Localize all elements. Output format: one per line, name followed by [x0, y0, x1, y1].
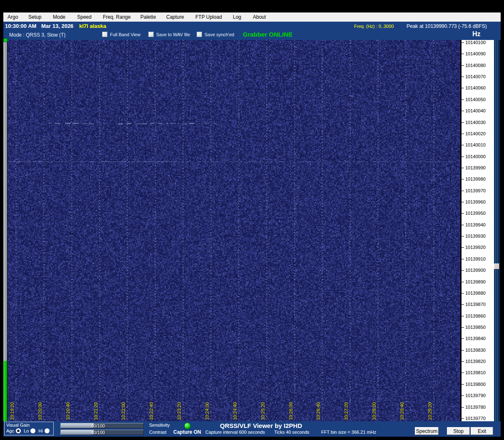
freq-label: 10139950: [465, 211, 486, 216]
freq-label: 10139920: [465, 245, 486, 250]
capture-interval-label: Capture interval 600 seconds: [205, 430, 265, 435]
freq-label: 10139790: [465, 393, 486, 398]
stop-button[interactable]: Stop: [447, 427, 470, 435]
freq-label-row: 10139990: [462, 166, 494, 170]
freq-label: 10139860: [465, 314, 486, 318]
radio-option-lo[interactable]: Lo: [24, 428, 35, 433]
hz-unit-label: Hz: [472, 30, 481, 38]
freq-label-row: 10140100: [462, 40, 494, 45]
sensitivity-slider[interactable]: 40/100: [60, 423, 144, 428]
freq-tick-icon: [462, 373, 464, 373]
freq-tick-icon: [462, 247, 464, 248]
freq-label-row: 10139980: [462, 177, 494, 181]
freq-tick-icon: [462, 122, 464, 123]
freq-tick-icon: [462, 350, 464, 351]
freq-label: 10139850: [465, 325, 486, 330]
time-label: 10:22:40: [148, 388, 154, 420]
freq-tick-icon: [462, 213, 464, 214]
freq-label-row: 10140050: [462, 97, 494, 102]
checkbox-full-band-view[interactable]: Full Band View: [102, 32, 140, 37]
freq-tick-icon: [462, 418, 464, 419]
radio-option-hi[interactable]: Hi: [38, 428, 49, 433]
scrollbar-thumb[interactable]: [494, 264, 499, 269]
capture-progress-rail: [3, 38, 7, 421]
freq-label-row: 10140000: [462, 154, 494, 159]
peak-readout: Peak at 10139990.773 (-75.6 dBFS): [407, 23, 487, 29]
freq-tick-icon: [462, 99, 464, 100]
time-label: 10:28:00: [371, 388, 377, 420]
freq-label: 10139870: [465, 302, 486, 307]
freq-tick-icon: [462, 179, 464, 179]
freq-tick-icon: [462, 202, 464, 202]
frequency-scrollbar[interactable]: [494, 40, 500, 421]
freq-tick-icon: [462, 316, 464, 316]
freq-label-row: 10139780: [462, 405, 494, 410]
freq-label-row: 10140040: [462, 109, 494, 113]
menu-item-capture[interactable]: Capture: [162, 14, 191, 20]
visual-gain-group: Visual Gain AgcLoHi: [4, 422, 54, 435]
radio-circle-icon[interactable]: [30, 428, 35, 433]
capture-marker: [3, 38, 7, 42]
menu-item-freq-range[interactable]: Freq. Range: [99, 14, 136, 20]
spectrum-button[interactable]: Spectrum: [415, 427, 439, 435]
app-title: QRSS/VLF Viewer by I2PHD: [220, 422, 302, 429]
freq-label-row: 10139900: [462, 268, 494, 273]
waterfall-canvas[interactable]: [7, 40, 460, 421]
freq-label-row: 10139930: [462, 234, 494, 239]
exit-button[interactable]: Exit: [471, 427, 493, 435]
waterfall-display[interactable]: 10:19:2010:20:0010:20:4010:21:2010:22:00…: [7, 40, 460, 421]
freq-label-row: 10139790: [462, 393, 494, 398]
freq-label-row: 10139800: [462, 382, 494, 387]
freq-tick-icon: [462, 134, 464, 134]
time-label: 10:24:00: [204, 388, 210, 420]
menu-item-about[interactable]: About: [249, 14, 269, 20]
freq-tick-icon: [462, 42, 464, 43]
freq-label-row: 10140030: [462, 120, 494, 125]
freq-tick-icon: [462, 54, 464, 54]
freq-label: 10139810: [465, 370, 486, 375]
freq-label-row: 10140010: [462, 143, 494, 147]
contrast-slider[interactable]: 40/100: [60, 430, 144, 435]
checkbox-box-icon[interactable]: [102, 32, 107, 37]
menu-item-mode[interactable]: Mode: [49, 14, 73, 20]
freq-label: 10140010: [465, 143, 486, 147]
checkbox-box-icon[interactable]: [197, 32, 202, 37]
radio-option-agc[interactable]: Agc: [6, 428, 21, 433]
menu-item-log[interactable]: Log: [229, 14, 249, 20]
freq-tick-icon: [462, 327, 464, 328]
capture-status: Capture ON: [173, 429, 201, 435]
freq-tick-icon: [462, 270, 464, 271]
time-label: 10:26:00: [288, 388, 294, 420]
menu-item-ftp-upload[interactable]: FTP Upload: [191, 14, 229, 20]
freq-label: 10139820: [465, 359, 486, 364]
time-label: 10:21:20: [93, 388, 99, 420]
freq-label: 10139880: [465, 291, 486, 296]
frequency-scale: 1014010010140090101400801014007010140060…: [462, 40, 494, 421]
clock-and-date: 10:30:00 AM Mar 13, 2026 kl7l alaska: [5, 23, 106, 29]
time-label: 10:25:20: [260, 388, 266, 420]
freq-label: 10139900: [465, 268, 486, 273]
time-label: 10:26:40: [315, 388, 321, 420]
time-label: 10:27:20: [343, 388, 349, 420]
menu-item-speed[interactable]: Speed: [73, 14, 99, 20]
status-bar: Visual Gain AgcLoHi 40/100 40/100 Sensit…: [3, 421, 501, 437]
contrast-slider-value: 40/100: [61, 430, 135, 435]
freq-label: 10140000: [465, 154, 486, 159]
freq-label: 10139970: [465, 189, 486, 193]
radio-circle-icon[interactable]: [16, 428, 21, 433]
progress-track: [3, 42, 7, 361]
freq-tick-icon: [462, 236, 464, 236]
checkbox-save-synch-ed[interactable]: Save synch'ed: [197, 32, 234, 37]
menu-item-setup[interactable]: Setup: [24, 14, 49, 20]
freq-label: 10140070: [465, 75, 486, 79]
freq-label: 10139780: [465, 405, 486, 410]
checkbox-save-to-wav-file[interactable]: Save to WAV file: [148, 32, 190, 37]
freq-label: 10140060: [465, 86, 486, 90]
menu-item-palette[interactable]: Palette: [136, 14, 162, 20]
checkbox-box-icon[interactable]: [148, 32, 154, 37]
capture-led-icon: [184, 423, 191, 429]
freq-label: 10139910: [465, 257, 486, 261]
radio-circle-icon[interactable]: [45, 428, 50, 433]
menu-item-argo[interactable]: Argo: [3, 14, 24, 20]
freq-label-row: 10139840: [462, 336, 494, 341]
